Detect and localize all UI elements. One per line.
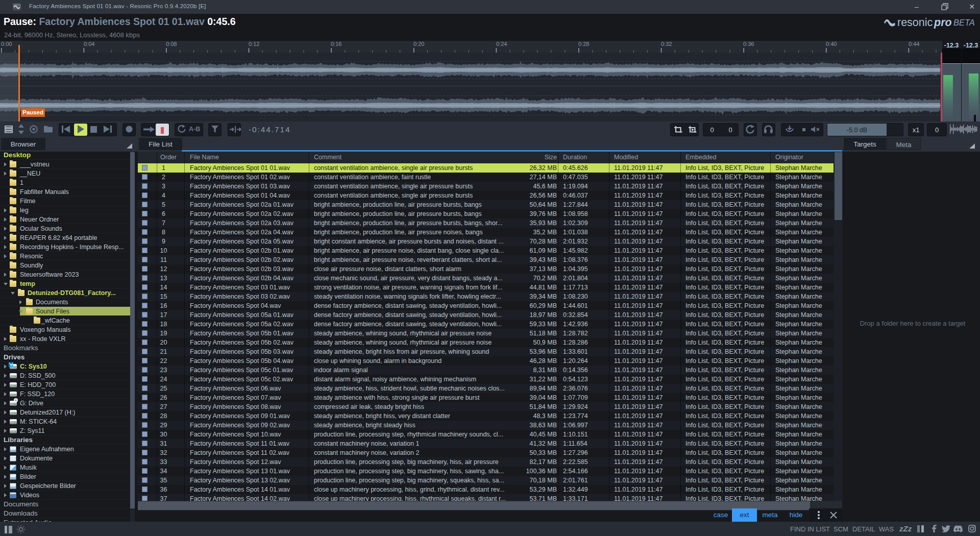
svg-text:0:24: 0:24 (496, 41, 507, 47)
svg-text:0:16: 0:16 (331, 41, 341, 47)
svg-text:0:28: 0:28 (578, 41, 589, 47)
svg-text:0:40: 0:40 (826, 41, 837, 47)
svg-text:0:08: 0:08 (166, 41, 177, 47)
svg-text:0:00: 0:00 (1, 41, 12, 47)
svg-text:0:20: 0:20 (413, 41, 424, 47)
svg-text:BETA: BETA (953, 18, 975, 27)
svg-text:0:36: 0:36 (743, 41, 754, 47)
svg-text:pro: pro (934, 16, 952, 29)
svg-text:0:32: 0:32 (661, 41, 672, 47)
svg-text:0:04: 0:04 (84, 41, 94, 47)
svg-text:0:44: 0:44 (909, 41, 919, 47)
svg-text:resonic: resonic (897, 16, 933, 29)
svg-text:0:12: 0:12 (249, 41, 259, 47)
